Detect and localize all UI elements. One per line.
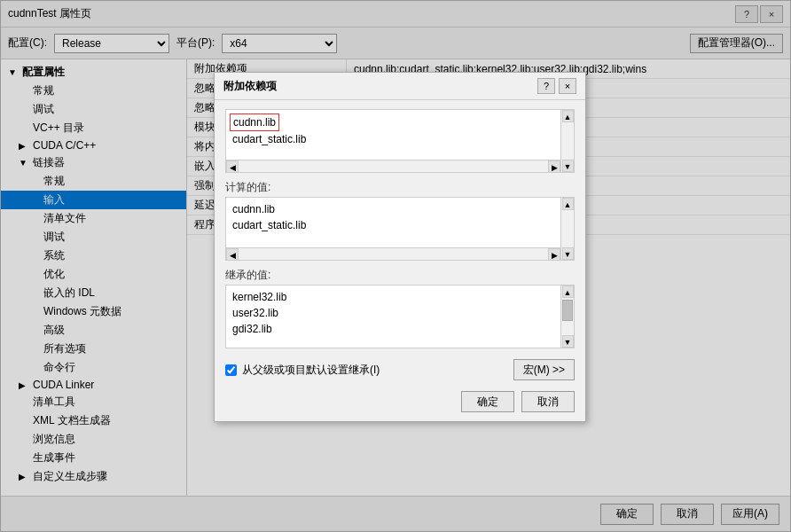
edit-scrollbar-y: ▲ ▼ bbox=[560, 110, 574, 172]
scroll-down-arrow[interactable]: ▼ bbox=[562, 160, 574, 172]
edit-scrollbar-x: ◀ ▶ bbox=[226, 160, 560, 172]
inherited-line-3: gdi32.lib bbox=[230, 321, 558, 337]
modal-ok-button[interactable]: 确定 bbox=[461, 391, 514, 412]
modal-title-buttons: ? × bbox=[537, 78, 576, 94]
edit-second-line: cudart_static.lib bbox=[230, 131, 558, 147]
computed-textbox: cudnn.lib cudart_static.lib ▲ ▼ ◀ ▶ bbox=[225, 197, 575, 261]
scroll-right-arrow[interactable]: ▶ bbox=[548, 160, 560, 173]
modal-close-button[interactable]: × bbox=[559, 78, 576, 94]
computed-line-1: cudnn.lib bbox=[230, 201, 558, 217]
computed-scroll-left[interactable]: ◀ bbox=[226, 248, 239, 261]
inherited-label: 继承的值: bbox=[225, 268, 575, 283]
computed-scrollbar-x: ◀ ▶ bbox=[226, 247, 560, 260]
modal-actions: 确定 取消 bbox=[215, 384, 585, 421]
computed-scrollbar-y: ▲ ▼ bbox=[560, 198, 574, 260]
modal-cancel-button[interactable]: 取消 bbox=[521, 391, 575, 412]
inherited-section: 继承的值: kernel32.lib user32.lib gdi32.lib … bbox=[225, 268, 575, 348]
computed-label: 计算的值: bbox=[225, 180, 575, 195]
modal-title: 附加依赖项 bbox=[223, 79, 277, 94]
inherited-textbox: kernel32.lib user32.lib gdi32.lib ▲ ▼ bbox=[225, 285, 575, 348]
inherit-checkbox[interactable] bbox=[225, 364, 237, 376]
modal-dialog: 附加依赖项 ? × cudnn.lib cudart_static.lib bbox=[214, 72, 586, 422]
checkbox-macro-row: 从父级或项目默认设置继承(I) 宏(M) >> bbox=[215, 357, 585, 384]
modal-help-button[interactable]: ? bbox=[537, 78, 555, 94]
main-window: cudnnTest 属性页 ? × 配置(C): Release 平台(P): … bbox=[0, 0, 791, 532]
inherited-line-1: kernel32.lib bbox=[230, 289, 558, 305]
inherited-scroll-down[interactable]: ▼ bbox=[562, 335, 574, 348]
computed-line-2: cudart_static.lib bbox=[230, 217, 558, 233]
edit-textbox[interactable]: cudnn.lib cudart_static.lib ▲ ▼ ◀ ▶ bbox=[225, 109, 575, 173]
scroll-up-arrow[interactable]: ▲ bbox=[562, 110, 574, 122]
inherited-scrollbar-y: ▲ ▼ bbox=[560, 286, 574, 348]
inherit-checkbox-row: 从父级或项目默认设置继承(I) bbox=[225, 363, 380, 378]
modal-overlay: 附加依赖项 ? × cudnn.lib cudart_static.lib bbox=[1, 1, 790, 531]
computed-scroll-up[interactable]: ▲ bbox=[562, 198, 574, 210]
modal-body: cudnn.lib cudart_static.lib ▲ ▼ ◀ ▶ bbox=[215, 100, 585, 357]
inherited-scroll-thumb bbox=[562, 300, 573, 321]
inherit-checkbox-label: 从父级或项目默认设置继承(I) bbox=[242, 363, 380, 378]
inherited-scroll-up[interactable]: ▲ bbox=[562, 286, 574, 298]
computed-scroll-down[interactable]: ▼ bbox=[562, 247, 574, 260]
modal-title-bar: 附加依赖项 ? × bbox=[215, 73, 585, 100]
computed-section: 计算的值: cudnn.lib cudart_static.lib ▲ ▼ ◀ bbox=[225, 180, 575, 261]
scroll-left-arrow[interactable]: ◀ bbox=[226, 160, 239, 173]
inherited-line-2: user32.lib bbox=[230, 305, 558, 321]
edit-first-line: cudnn.lib bbox=[230, 113, 279, 131]
macro-button[interactable]: 宏(M) >> bbox=[513, 359, 575, 380]
computed-scroll-right[interactable]: ▶ bbox=[548, 248, 560, 261]
